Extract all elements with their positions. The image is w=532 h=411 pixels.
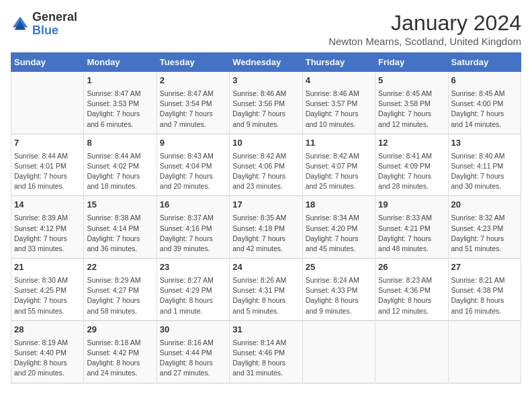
day-info: Sunrise: 8:42 AMSunset: 4:06 PMDaylight:… <box>232 151 299 192</box>
column-header-monday: Monday <box>84 53 157 72</box>
calendar-cell: 4Sunrise: 8:46 AMSunset: 3:57 PMDaylight… <box>302 72 375 134</box>
day-info: Sunrise: 8:33 AMSunset: 4:21 PMDaylight:… <box>378 213 445 254</box>
day-info: Sunrise: 8:46 AMSunset: 3:56 PMDaylight:… <box>232 89 299 130</box>
calendar-table: SundayMondayTuesdayWednesdayThursdayFrid… <box>11 52 521 383</box>
calendar-cell: 27Sunrise: 8:21 AMSunset: 4:38 PMDayligh… <box>448 259 521 321</box>
column-header-wednesday: Wednesday <box>230 53 302 72</box>
calendar-cell: 7Sunrise: 8:44 AMSunset: 4:01 PMDaylight… <box>11 134 84 196</box>
day-info: Sunrise: 8:38 AMSunset: 4:14 PMDaylight:… <box>87 213 153 254</box>
day-info: Sunrise: 8:45 AMSunset: 4:00 PMDaylight:… <box>451 89 518 130</box>
calendar-cell: 19Sunrise: 8:33 AMSunset: 4:21 PMDayligh… <box>375 196 448 259</box>
day-number: 4 <box>306 75 372 87</box>
day-number: 8 <box>87 137 153 150</box>
calendar-cell: 10Sunrise: 8:42 AMSunset: 4:06 PMDayligh… <box>230 134 302 196</box>
month-title: January 2024 <box>328 11 521 36</box>
calendar-week-row: 14Sunrise: 8:39 AMSunset: 4:12 PMDayligh… <box>11 196 521 259</box>
calendar-cell <box>375 320 448 383</box>
day-number: 18 <box>306 199 372 212</box>
day-number: 31 <box>232 324 299 336</box>
logo-blue: Blue <box>32 24 77 38</box>
calendar-cell: 28Sunrise: 8:19 AMSunset: 4:40 PMDayligh… <box>11 320 84 383</box>
day-info: Sunrise: 8:23 AMSunset: 4:36 PMDaylight:… <box>378 275 445 316</box>
column-header-saturday: Saturday <box>448 53 521 72</box>
day-number: 24 <box>232 261 299 274</box>
column-header-tuesday: Tuesday <box>157 53 229 72</box>
calendar-cell: 30Sunrise: 8:16 AMSunset: 4:44 PMDayligh… <box>157 320 229 383</box>
day-number: 15 <box>87 199 153 212</box>
day-number: 3 <box>232 75 299 87</box>
day-info: Sunrise: 8:39 AMSunset: 4:12 PMDaylight:… <box>14 213 81 254</box>
calendar-cell: 8Sunrise: 8:44 AMSunset: 4:02 PMDaylight… <box>84 134 157 196</box>
day-number: 22 <box>87 261 153 274</box>
calendar-cell: 11Sunrise: 8:42 AMSunset: 4:07 PMDayligh… <box>302 134 375 196</box>
day-info: Sunrise: 8:26 AMSunset: 4:31 PMDaylight:… <box>232 275 299 316</box>
calendar-cell: 26Sunrise: 8:23 AMSunset: 4:36 PMDayligh… <box>375 259 448 321</box>
logo: General Blue <box>11 11 77 38</box>
day-number: 27 <box>451 261 518 274</box>
column-header-sunday: Sunday <box>11 53 84 72</box>
calendar-cell: 13Sunrise: 8:40 AMSunset: 4:11 PMDayligh… <box>448 134 521 196</box>
calendar-cell: 29Sunrise: 8:18 AMSunset: 4:42 PMDayligh… <box>84 320 157 383</box>
calendar-cell: 18Sunrise: 8:34 AMSunset: 4:20 PMDayligh… <box>302 196 375 259</box>
day-number: 16 <box>160 199 226 212</box>
day-number: 5 <box>378 75 445 87</box>
calendar-week-row: 1Sunrise: 8:47 AMSunset: 3:53 PMDaylight… <box>11 72 521 134</box>
calendar-cell: 31Sunrise: 8:14 AMSunset: 4:46 PMDayligh… <box>230 320 302 383</box>
location-subtitle: Newton Mearns, Scotland, United Kingdom <box>328 36 521 47</box>
day-info: Sunrise: 8:24 AMSunset: 4:33 PMDaylight:… <box>306 275 372 316</box>
day-number: 9 <box>160 137 226 150</box>
calendar-cell: 5Sunrise: 8:45 AMSunset: 3:58 PMDaylight… <box>375 72 448 134</box>
day-info: Sunrise: 8:14 AMSunset: 4:46 PMDaylight:… <box>232 338 299 379</box>
day-info: Sunrise: 8:21 AMSunset: 4:38 PMDaylight:… <box>451 275 518 316</box>
column-header-thursday: Thursday <box>302 53 375 72</box>
day-info: Sunrise: 8:30 AMSunset: 4:25 PMDaylight:… <box>14 275 81 316</box>
calendar-cell: 21Sunrise: 8:30 AMSunset: 4:25 PMDayligh… <box>11 259 84 321</box>
day-info: Sunrise: 8:32 AMSunset: 4:23 PMDaylight:… <box>451 213 518 254</box>
calendar-cell: 6Sunrise: 8:45 AMSunset: 4:00 PMDaylight… <box>448 72 521 134</box>
day-info: Sunrise: 8:44 AMSunset: 4:01 PMDaylight:… <box>14 151 81 192</box>
calendar-cell: 25Sunrise: 8:24 AMSunset: 4:33 PMDayligh… <box>302 259 375 321</box>
day-number: 7 <box>14 137 81 150</box>
day-info: Sunrise: 8:27 AMSunset: 4:29 PMDaylight:… <box>160 275 226 316</box>
calendar-cell <box>448 320 521 383</box>
calendar-header-row: SundayMondayTuesdayWednesdayThursdayFrid… <box>11 53 521 72</box>
day-info: Sunrise: 8:19 AMSunset: 4:40 PMDaylight:… <box>14 338 81 379</box>
calendar-cell: 14Sunrise: 8:39 AMSunset: 4:12 PMDayligh… <box>11 196 84 259</box>
day-number: 2 <box>160 75 226 87</box>
day-info: Sunrise: 8:37 AMSunset: 4:16 PMDaylight:… <box>160 213 226 254</box>
day-number: 26 <box>378 261 445 274</box>
day-number: 23 <box>160 261 226 274</box>
day-info: Sunrise: 8:47 AMSunset: 3:54 PMDaylight:… <box>160 89 226 130</box>
day-info: Sunrise: 8:41 AMSunset: 4:09 PMDaylight:… <box>378 151 445 192</box>
calendar-cell: 12Sunrise: 8:41 AMSunset: 4:09 PMDayligh… <box>375 134 448 196</box>
calendar-cell: 24Sunrise: 8:26 AMSunset: 4:31 PMDayligh… <box>230 259 302 321</box>
calendar-cell: 17Sunrise: 8:35 AMSunset: 4:18 PMDayligh… <box>230 196 302 259</box>
logo-icon <box>11 15 30 34</box>
calendar-cell: 1Sunrise: 8:47 AMSunset: 3:53 PMDaylight… <box>84 72 157 134</box>
day-info: Sunrise: 8:42 AMSunset: 4:07 PMDaylight:… <box>306 151 372 192</box>
calendar-cell: 22Sunrise: 8:29 AMSunset: 4:27 PMDayligh… <box>84 259 157 321</box>
day-number: 6 <box>451 75 518 87</box>
day-number: 20 <box>451 199 518 212</box>
day-number: 10 <box>232 137 299 150</box>
day-number: 25 <box>306 261 372 274</box>
day-number: 28 <box>14 324 81 336</box>
logo-general: General <box>32 11 77 24</box>
day-number: 1 <box>87 75 153 87</box>
day-info: Sunrise: 8:16 AMSunset: 4:44 PMDaylight:… <box>160 338 226 379</box>
page-header: General Blue January 2024 Newton Mearns,… <box>11 11 521 47</box>
day-number: 11 <box>306 137 372 150</box>
day-info: Sunrise: 8:29 AMSunset: 4:27 PMDaylight:… <box>87 275 153 316</box>
day-number: 30 <box>160 324 226 336</box>
calendar-cell: 2Sunrise: 8:47 AMSunset: 3:54 PMDaylight… <box>157 72 229 134</box>
day-info: Sunrise: 8:34 AMSunset: 4:20 PMDaylight:… <box>306 213 372 254</box>
day-info: Sunrise: 8:35 AMSunset: 4:18 PMDaylight:… <box>232 213 299 254</box>
title-block: January 2024 Newton Mearns, Scotland, Un… <box>328 11 521 47</box>
day-info: Sunrise: 8:44 AMSunset: 4:02 PMDaylight:… <box>87 151 153 192</box>
calendar-week-row: 28Sunrise: 8:19 AMSunset: 4:40 PMDayligh… <box>11 320 521 383</box>
calendar-cell: 16Sunrise: 8:37 AMSunset: 4:16 PMDayligh… <box>157 196 229 259</box>
day-info: Sunrise: 8:18 AMSunset: 4:42 PMDaylight:… <box>87 338 153 379</box>
day-info: Sunrise: 8:40 AMSunset: 4:11 PMDaylight:… <box>451 151 518 192</box>
day-number: 14 <box>14 199 81 212</box>
calendar-cell: 23Sunrise: 8:27 AMSunset: 4:29 PMDayligh… <box>157 259 229 321</box>
